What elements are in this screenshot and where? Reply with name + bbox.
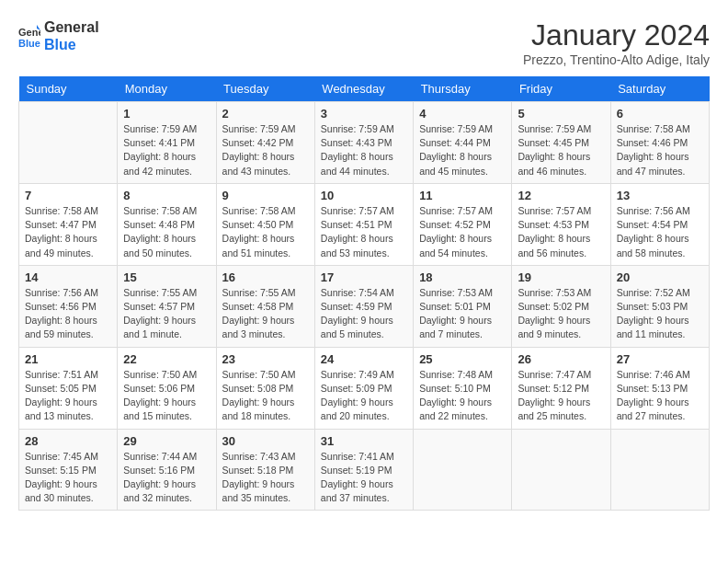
day-number: 31 <box>321 434 407 448</box>
calendar-cell: 8Sunrise: 7:58 AMSunset: 4:48 PMDaylight… <box>118 183 216 265</box>
month-title: January 2024 <box>523 18 710 52</box>
header-tuesday: Tuesday <box>216 76 314 102</box>
calendar-cell: 31Sunrise: 7:41 AMSunset: 5:19 PMDayligh… <box>314 429 413 511</box>
day-number: 26 <box>518 352 604 366</box>
day-info: Sunrise: 7:51 AMSunset: 5:05 PMDaylight:… <box>25 368 111 424</box>
day-info: Sunrise: 7:58 AMSunset: 4:50 PMDaylight:… <box>222 204 309 260</box>
day-number: 16 <box>222 270 309 284</box>
calendar-cell: 17Sunrise: 7:54 AMSunset: 4:59 PMDayligh… <box>314 265 413 347</box>
day-number: 21 <box>25 352 111 366</box>
day-info: Sunrise: 7:49 AMSunset: 5:09 PMDaylight:… <box>321 368 407 424</box>
day-info: Sunrise: 7:45 AMSunset: 5:15 PMDaylight:… <box>25 450 111 506</box>
calendar-cell: 28Sunrise: 7:45 AMSunset: 5:15 PMDayligh… <box>19 429 118 511</box>
day-number: 27 <box>617 352 703 366</box>
week-row-3: 14Sunrise: 7:56 AMSunset: 4:56 PMDayligh… <box>19 265 710 347</box>
calendar-cell <box>19 102 118 184</box>
calendar-cell: 26Sunrise: 7:47 AMSunset: 5:12 PMDayligh… <box>512 347 610 429</box>
day-info: Sunrise: 7:59 AMSunset: 4:41 PMDaylight:… <box>123 122 210 178</box>
week-row-1: 1Sunrise: 7:59 AMSunset: 4:41 PMDaylight… <box>19 102 710 184</box>
calendar-cell: 4Sunrise: 7:59 AMSunset: 4:44 PMDaylight… <box>414 102 512 184</box>
day-info: Sunrise: 7:52 AMSunset: 5:03 PMDaylight:… <box>617 286 703 342</box>
day-number: 9 <box>222 189 309 202</box>
calendar-cell: 16Sunrise: 7:55 AMSunset: 4:58 PMDayligh… <box>216 265 314 347</box>
calendar-cell: 9Sunrise: 7:58 AMSunset: 4:50 PMDaylight… <box>216 183 314 265</box>
calendar-cell <box>512 429 610 511</box>
day-number: 18 <box>419 270 506 284</box>
logo-icon: General Blue <box>18 23 40 49</box>
week-row-2: 7Sunrise: 7:58 AMSunset: 4:47 PMDaylight… <box>19 183 710 265</box>
header-sunday: Sunday <box>19 76 118 102</box>
week-row-4: 21Sunrise: 7:51 AMSunset: 5:05 PMDayligh… <box>19 347 710 429</box>
calendar-cell: 3Sunrise: 7:59 AMSunset: 4:43 PMDaylight… <box>314 102 413 184</box>
day-info: Sunrise: 7:58 AMSunset: 4:47 PMDaylight:… <box>25 204 111 260</box>
page-header: General Blue General Blue January 2024 P… <box>18 18 710 67</box>
day-info: Sunrise: 7:59 AMSunset: 4:43 PMDaylight:… <box>321 122 407 178</box>
day-info: Sunrise: 7:59 AMSunset: 4:42 PMDaylight:… <box>222 122 309 178</box>
calendar-cell: 30Sunrise: 7:43 AMSunset: 5:18 PMDayligh… <box>216 429 314 511</box>
logo: General Blue General Blue <box>18 18 99 53</box>
calendar-cell: 24Sunrise: 7:49 AMSunset: 5:09 PMDayligh… <box>314 347 413 429</box>
day-info: Sunrise: 7:58 AMSunset: 4:46 PMDaylight:… <box>617 122 703 178</box>
day-number: 12 <box>518 189 604 202</box>
calendar-cell: 20Sunrise: 7:52 AMSunset: 5:03 PMDayligh… <box>610 265 709 347</box>
day-number: 13 <box>617 189 703 202</box>
calendar-cell: 29Sunrise: 7:44 AMSunset: 5:16 PMDayligh… <box>118 429 216 511</box>
day-number: 11 <box>419 189 506 202</box>
calendar-table: SundayMondayTuesdayWednesdayThursdayFrid… <box>18 76 710 511</box>
week-row-5: 28Sunrise: 7:45 AMSunset: 5:15 PMDayligh… <box>19 429 710 511</box>
day-number: 7 <box>25 189 111 202</box>
day-number: 22 <box>123 352 210 366</box>
calendar-cell: 15Sunrise: 7:55 AMSunset: 4:57 PMDayligh… <box>118 265 216 347</box>
calendar-cell: 11Sunrise: 7:57 AMSunset: 4:52 PMDayligh… <box>414 183 512 265</box>
day-info: Sunrise: 7:58 AMSunset: 4:48 PMDaylight:… <box>123 204 210 260</box>
day-number: 25 <box>419 352 506 366</box>
day-info: Sunrise: 7:56 AMSunset: 4:54 PMDaylight:… <box>617 204 703 260</box>
day-number: 8 <box>123 189 210 202</box>
day-info: Sunrise: 7:50 AMSunset: 5:06 PMDaylight:… <box>123 368 210 424</box>
day-info: Sunrise: 7:55 AMSunset: 4:58 PMDaylight:… <box>222 286 309 342</box>
day-number: 3 <box>321 107 407 121</box>
day-number: 30 <box>222 434 309 448</box>
calendar-cell: 13Sunrise: 7:56 AMSunset: 4:54 PMDayligh… <box>610 183 709 265</box>
day-info: Sunrise: 7:47 AMSunset: 5:12 PMDaylight:… <box>518 368 604 424</box>
day-info: Sunrise: 7:59 AMSunset: 4:44 PMDaylight:… <box>419 122 506 178</box>
day-info: Sunrise: 7:56 AMSunset: 4:56 PMDaylight:… <box>25 286 111 342</box>
day-number: 20 <box>617 270 703 284</box>
calendar-cell: 23Sunrise: 7:50 AMSunset: 5:08 PMDayligh… <box>216 347 314 429</box>
header-friday: Friday <box>512 76 610 102</box>
day-info: Sunrise: 7:54 AMSunset: 4:59 PMDaylight:… <box>321 286 407 342</box>
day-info: Sunrise: 7:55 AMSunset: 4:57 PMDaylight:… <box>123 286 210 342</box>
day-number: 5 <box>518 107 604 121</box>
calendar-cell: 21Sunrise: 7:51 AMSunset: 5:05 PMDayligh… <box>19 347 118 429</box>
day-info: Sunrise: 7:41 AMSunset: 5:19 PMDaylight:… <box>321 450 407 506</box>
day-info: Sunrise: 7:50 AMSunset: 5:08 PMDaylight:… <box>222 368 309 424</box>
calendar-cell: 6Sunrise: 7:58 AMSunset: 4:46 PMDaylight… <box>610 102 709 184</box>
day-number: 14 <box>25 270 111 284</box>
header-monday: Monday <box>118 76 216 102</box>
day-info: Sunrise: 7:57 AMSunset: 4:52 PMDaylight:… <box>419 204 506 260</box>
day-number: 2 <box>222 107 309 121</box>
day-info: Sunrise: 7:44 AMSunset: 5:16 PMDaylight:… <box>123 450 210 506</box>
weekday-header-row: SundayMondayTuesdayWednesdayThursdayFrid… <box>19 76 710 102</box>
calendar-cell: 19Sunrise: 7:53 AMSunset: 5:02 PMDayligh… <box>512 265 610 347</box>
title-block: January 2024 Prezzo, Trentino-Alto Adige… <box>523 18 710 67</box>
day-number: 4 <box>419 107 506 121</box>
day-number: 15 <box>123 270 210 284</box>
day-info: Sunrise: 7:48 AMSunset: 5:10 PMDaylight:… <box>419 368 506 424</box>
calendar-cell: 14Sunrise: 7:56 AMSunset: 4:56 PMDayligh… <box>19 265 118 347</box>
header-wednesday: Wednesday <box>314 76 413 102</box>
calendar-cell: 12Sunrise: 7:57 AMSunset: 4:53 PMDayligh… <box>512 183 610 265</box>
calendar-cell: 1Sunrise: 7:59 AMSunset: 4:41 PMDaylight… <box>118 102 216 184</box>
day-number: 28 <box>25 434 111 448</box>
logo-text-general: General <box>44 18 99 36</box>
location-subtitle: Prezzo, Trentino-Alto Adige, Italy <box>523 52 710 67</box>
day-number: 29 <box>123 434 210 448</box>
calendar-cell: 10Sunrise: 7:57 AMSunset: 4:51 PMDayligh… <box>314 183 413 265</box>
header-saturday: Saturday <box>610 76 709 102</box>
calendar-cell: 5Sunrise: 7:59 AMSunset: 4:45 PMDaylight… <box>512 102 610 184</box>
day-info: Sunrise: 7:53 AMSunset: 5:01 PMDaylight:… <box>419 286 506 342</box>
calendar-cell <box>414 429 512 511</box>
day-number: 24 <box>321 352 407 366</box>
calendar-cell: 18Sunrise: 7:53 AMSunset: 5:01 PMDayligh… <box>414 265 512 347</box>
calendar-cell: 25Sunrise: 7:48 AMSunset: 5:10 PMDayligh… <box>414 347 512 429</box>
